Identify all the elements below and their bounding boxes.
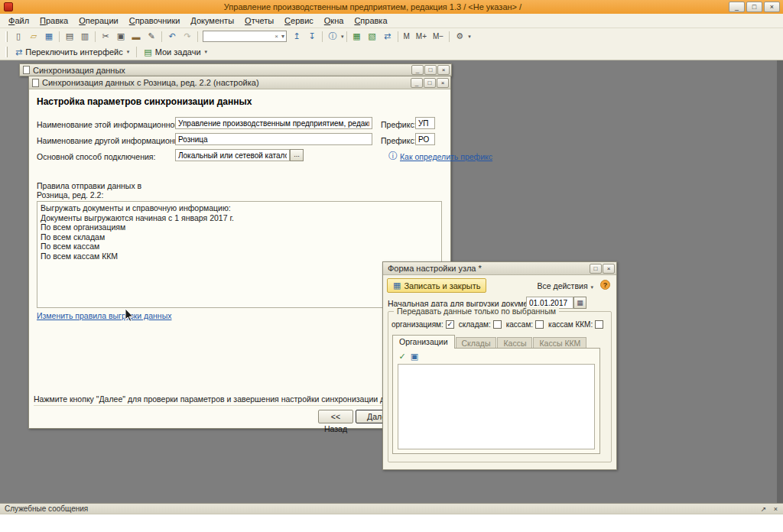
- open-folder-icon[interactable]: ▱: [27, 31, 41, 43]
- my-tasks-button[interactable]: ▤ Мои задачи ▾: [139, 47, 212, 58]
- back-button[interactable]: << Назад: [318, 410, 353, 423]
- prefix-label-1: Префикс:: [381, 120, 417, 129]
- tab-organizations[interactable]: Организации: [392, 335, 455, 349]
- chevron-down-icon: ▾: [205, 49, 208, 55]
- help-button[interactable]: ?: [600, 280, 610, 290]
- table-icon[interactable]: ▧: [366, 31, 379, 43]
- switch-interface-button[interactable]: ⇄ Переключить интерфейс ▾: [11, 47, 134, 58]
- service-messages-bar[interactable]: Служебные сообщения ↗ ×: [0, 503, 783, 514]
- chevron-down-icon: ▾: [590, 284, 593, 290]
- menu-file[interactable]: Файл: [3, 15, 34, 27]
- new-document-icon[interactable]: ▯: [11, 31, 25, 43]
- restore-button[interactable]: □: [424, 65, 437, 75]
- rules-line: По всем складам: [41, 232, 438, 242]
- close-button[interactable]: ×: [437, 78, 449, 88]
- restore-button[interactable]: □: [746, 2, 762, 12]
- tab-kkm[interactable]: Кассы ККМ: [533, 337, 586, 349]
- sync-list-titlebar[interactable]: Синхронизация данных _ □ ×: [19, 63, 452, 76]
- format-icon[interactable]: ✎: [145, 31, 158, 43]
- browse-button[interactable]: ...: [290, 149, 304, 161]
- find-previous-icon[interactable]: ↥: [290, 31, 304, 43]
- minimize-button[interactable]: _: [411, 65, 424, 75]
- info-icon[interactable]: ⓘ: [326, 31, 340, 43]
- this-base-input[interactable]: [175, 117, 372, 129]
- close-button[interactable]: ×: [603, 264, 615, 274]
- other-base-input[interactable]: [175, 133, 372, 145]
- checkbox-warehouses-box[interactable]: [493, 320, 502, 329]
- print-preview-icon[interactable]: ▥: [78, 31, 92, 43]
- menu-windows[interactable]: Окна: [319, 15, 349, 27]
- calendar-picker-icon[interactable]: ▦: [573, 297, 586, 309]
- quick-search-combo[interactable]: × ▾: [203, 31, 287, 42]
- paste-icon[interactable]: ▬: [129, 31, 143, 43]
- close-button[interactable]: ×: [437, 65, 450, 75]
- checkbox-warehouses[interactable]: складам:: [459, 320, 502, 329]
- window-node-settings: Форма настройки узла * □ × ▦ Записать и …: [382, 261, 617, 470]
- menu-edit[interactable]: Правка: [34, 15, 73, 27]
- node-titlebar[interactable]: Форма настройки узла * □ ×: [383, 262, 616, 275]
- app-logo-icon: [4, 2, 13, 11]
- cut-icon[interactable]: ✂: [99, 31, 112, 43]
- checkbox-cash-registers-box[interactable]: [535, 320, 544, 329]
- memory-button[interactable]: М: [401, 31, 412, 43]
- menu-documents[interactable]: Документы: [185, 15, 239, 27]
- minimize-button[interactable]: _: [411, 78, 423, 88]
- search-input[interactable]: [203, 32, 273, 41]
- prefix-help-link[interactable]: Как определить префикс: [400, 152, 492, 161]
- toolbar-separator: [59, 31, 60, 42]
- restore-button[interactable]: □: [424, 78, 436, 88]
- undo-icon[interactable]: ↶: [165, 31, 179, 43]
- toolbar-separator: [161, 31, 162, 42]
- checkbox-organizations[interactable]: организациям: ✓: [392, 320, 454, 329]
- menu-reports[interactable]: Отчеты: [239, 15, 279, 27]
- board-icon[interactable]: ▦: [350, 31, 364, 43]
- rules-label-line1: Правила отправки данных в: [37, 181, 141, 190]
- toolbar-grip[interactable]: [5, 47, 8, 57]
- tab-cash-registers[interactable]: Кассы: [497, 337, 532, 349]
- window-icon: [23, 66, 30, 74]
- data-exchange-icon[interactable]: ⇄: [381, 31, 395, 43]
- copy-items-icon[interactable]: ▣: [409, 351, 420, 362]
- save-icon[interactable]: ▦: [42, 31, 56, 43]
- sync-setup-titlebar[interactable]: Синхронизация данных с Розница, ред. 2.2…: [29, 76, 450, 89]
- find-next-icon[interactable]: ↧: [305, 31, 319, 43]
- toolbar-grip[interactable]: [5, 31, 8, 42]
- menu-service[interactable]: Сервис: [279, 15, 319, 27]
- save-and-close-button[interactable]: ▦ Записать и закрыть: [387, 278, 486, 293]
- redo-icon[interactable]: ↷: [180, 31, 194, 43]
- close-panel-icon[interactable]: ×: [771, 505, 781, 513]
- copy-icon[interactable]: ▣: [114, 31, 128, 43]
- minimize-button[interactable]: _: [729, 2, 745, 12]
- mdi-workspace: Синхронизация данных _ □ × Синхронизация…: [0, 60, 783, 503]
- memory-minus-button[interactable]: М−: [430, 31, 446, 43]
- menu-catalogs[interactable]: Справочники: [124, 15, 186, 27]
- checkbox-organizations-box[interactable]: ✓: [446, 320, 454, 329]
- rules-label-line2: Розница, ред. 2.2:: [37, 190, 103, 200]
- detach-panel-icon[interactable]: ↗: [759, 505, 768, 513]
- checkbox-cash-registers[interactable]: кассам:: [506, 320, 544, 329]
- checkbox-kkm[interactable]: кассам ККМ:: [548, 320, 603, 329]
- menu-operations[interactable]: Операции: [73, 15, 123, 27]
- other-prefix-input[interactable]: [415, 133, 435, 145]
- rules-line: Документы выгружаются начиная с 1 января…: [41, 213, 438, 223]
- checkbox-organizations-label: организациям:: [392, 320, 443, 329]
- tools-icon[interactable]: ⚙: [453, 31, 466, 43]
- chevron-down-icon[interactable]: ▾: [280, 33, 286, 40]
- change-rules-link[interactable]: Изменить правила выгрузки данных: [37, 311, 171, 320]
- clear-search-icon[interactable]: ×: [273, 33, 280, 40]
- memory-plus-button[interactable]: М+: [414, 31, 429, 43]
- close-button[interactable]: ×: [764, 2, 780, 12]
- maximize-button[interactable]: □: [590, 264, 602, 274]
- checkbox-kkm-box[interactable]: [595, 320, 603, 329]
- chevron-down-icon[interactable]: ▾: [341, 34, 344, 40]
- connection-input[interactable]: [175, 149, 290, 161]
- menu-help[interactable]: Справка: [349, 15, 392, 27]
- organizations-list[interactable]: [398, 364, 595, 449]
- all-actions-button[interactable]: Все действия ▾: [538, 281, 593, 290]
- this-prefix-input[interactable]: [415, 117, 435, 129]
- print-icon[interactable]: ▤: [63, 31, 76, 43]
- node-controls: □ ×: [590, 264, 615, 274]
- chevron-down-icon[interactable]: ▾: [468, 34, 471, 40]
- tab-warehouses[interactable]: Склады: [456, 337, 497, 349]
- pick-items-icon[interactable]: ✓: [397, 351, 408, 362]
